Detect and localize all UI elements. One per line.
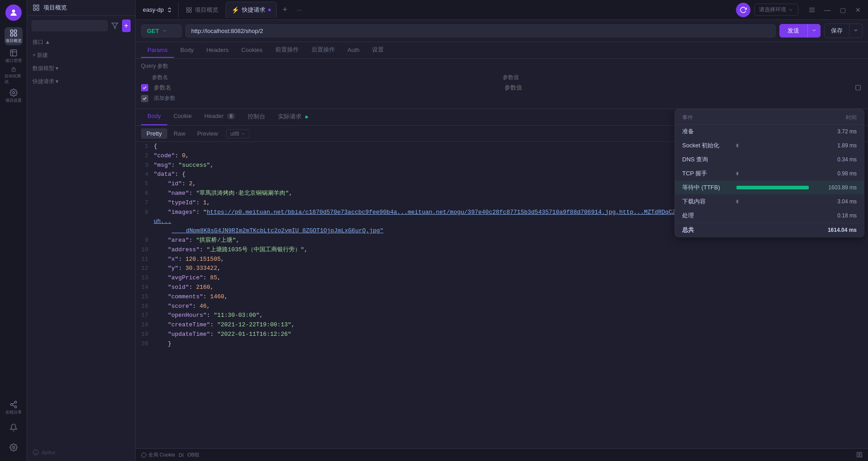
code-line-16: 16 "score": 46, [136, 302, 868, 311]
timing-popup: 事件 时间 准备 3.72 ms Socket 初始化 1.89 ms DNS … [675, 109, 864, 237]
sidebar-bottom-actions: 在线分享 [5, 399, 23, 456]
sidebar-item-settings[interactable]: 项目设置 [5, 87, 23, 105]
req-tab-headers[interactable]: Headers [200, 43, 235, 58]
send-button[interactable]: 发送 [779, 24, 807, 38]
minimize-button[interactable]: — [821, 4, 834, 16]
resp-tab-actual[interactable]: 实际请求 [272, 109, 314, 125]
sidebar-item-bell[interactable] [5, 419, 23, 437]
resp-tab-body[interactable]: Body [141, 109, 167, 125]
timing-time-label: 时间 [846, 114, 857, 122]
req-tab-post-op[interactable]: 后置操作 [305, 42, 341, 58]
di-label[interactable]: DI [179, 452, 184, 458]
timing-header: 事件 时间 [675, 109, 864, 125]
sidebar-item-api[interactable]: 接口管理 [5, 47, 23, 65]
sidebar-item-project[interactable]: 项目概览 [5, 27, 23, 45]
sidebar-item-share[interactable]: 在线分享 [5, 399, 23, 417]
req-tab-auth[interactable]: Auth [341, 43, 366, 58]
env-label: 请选择环境 [759, 6, 786, 14]
user-avatar[interactable] [5, 5, 22, 21]
svg-rect-31 [860, 452, 862, 457]
param-value-input[interactable] [503, 83, 850, 92]
response-area: Body Cookie Header 8 控制台 实际请求 200 OK 1.6… [136, 109, 868, 448]
svg-point-9 [14, 406, 17, 408]
encoding-select[interactable]: utf8 [226, 129, 250, 138]
req-tab-pre-op[interactable]: 前置操作 [269, 42, 305, 58]
tab-quick-request[interactable]: ⚡ 快捷请求 [226, 2, 277, 18]
svg-rect-4 [14, 33, 16, 36]
method-select[interactable]: GET [141, 24, 182, 38]
url-input[interactable] [185, 24, 776, 38]
code-line-19: 19 "updateTime": "2022-01-11T16:12:26" [136, 330, 868, 339]
sidebar-item-label: 接口管理 [5, 58, 22, 64]
param-checkbox-2[interactable] [141, 95, 148, 102]
code-line-14: 14 "sold": 2160, [136, 283, 868, 292]
svg-rect-30 [857, 452, 859, 457]
tab-add-button[interactable]: + [278, 4, 291, 16]
req-tab-settings[interactable]: 设置 [366, 42, 390, 58]
env-selector[interactable]: 请选择环境 [754, 4, 798, 16]
window-controls: — ▢ ✕ [806, 4, 864, 16]
resp-tab-header[interactable]: Header 8 [198, 109, 241, 125]
svg-line-11 [12, 402, 14, 404]
timing-row-ttfb: 等待中 (TTFB) 1603.89 ms [675, 181, 864, 195]
format-preview[interactable]: Preview [192, 128, 223, 139]
svg-point-8 [10, 403, 13, 405]
col-name-header: 参数名 [152, 74, 168, 80]
request-tabs: Params Body Headers Cookies 前置操作 后置操作 Au… [136, 42, 868, 59]
svg-rect-22 [189, 7, 191, 9]
tab-more-button[interactable]: ··· [293, 4, 306, 16]
sidebar-item-gear[interactable] [5, 438, 23, 456]
code-line-9: 9 "area": "拱宸桥/上塘", [136, 236, 868, 245]
svg-rect-1 [10, 30, 13, 32]
section-api[interactable]: 接口 ▲ [27, 36, 135, 49]
sidebar-item-autotest[interactable]: 自动化测试 [5, 67, 23, 85]
code-line-13: 13 "avgPrice": 85, [136, 273, 868, 283]
param-checkbox[interactable] [141, 84, 148, 91]
format-pretty[interactable]: Pretty [141, 128, 167, 139]
section-data-model[interactable]: 数据模型 ▾ [27, 62, 135, 75]
new-api-button[interactable]: + 新建 [27, 49, 135, 62]
code-line-11: 11 "x": 120.151505, [136, 255, 868, 264]
close-button[interactable]: ✕ [852, 4, 864, 16]
svg-rect-13 [33, 5, 36, 7]
svg-rect-3 [10, 33, 13, 36]
tab-project-label: 项目概览 [195, 6, 218, 14]
add-button[interactable]: + [122, 19, 131, 32]
filter-button[interactable] [110, 19, 119, 32]
timing-bar-download [736, 200, 738, 203]
section-quick-request[interactable]: 快捷请求 ▾ [27, 75, 135, 88]
svg-point-29 [142, 453, 146, 457]
tab-project-overview[interactable]: 项目概览 [180, 2, 224, 18]
main-content: easy-dp 项目概览 ⚡ 快捷请求 + ··· 请选择环境 [136, 0, 868, 461]
timing-row-process: 处理 0.18 ms [675, 209, 864, 223]
save-button[interactable]: 保存 [824, 24, 849, 38]
sidebar-item-label: 项目设置 [5, 98, 22, 103]
cookie-label[interactable]: 全局 Cookie [148, 452, 175, 458]
format-raw[interactable]: Raw [168, 128, 191, 139]
resp-tab-cookie[interactable]: Cookie [167, 109, 198, 125]
maximize-button[interactable]: ▢ [836, 4, 849, 16]
top-bar-right: 请选择环境 — ▢ ✕ [736, 3, 864, 17]
split-icon[interactable] [856, 452, 863, 459]
req-tab-params[interactable]: Params [141, 43, 174, 58]
code-line-10: 10 "address": "上塘路1035号（中国工商银行旁）", [136, 245, 868, 255]
req-tab-cookies[interactable]: Cookies [235, 43, 269, 58]
hamburger-button[interactable] [806, 4, 818, 16]
svg-rect-16 [37, 8, 39, 10]
req-tab-body[interactable]: Body [174, 43, 200, 58]
header-badge: 8 [227, 113, 235, 119]
ob-label[interactable]: OB组 [187, 452, 199, 458]
save-dropdown-button[interactable] [849, 24, 863, 38]
resp-tab-console[interactable]: 控制台 [241, 109, 272, 125]
code-line-18: 18 "createTime": "2021-12-22T19:00:13", [136, 320, 868, 330]
send-dropdown-button[interactable] [807, 24, 821, 38]
refresh-icon[interactable] [736, 3, 750, 17]
svg-point-12 [12, 447, 14, 449]
svg-rect-21 [187, 7, 189, 9]
add-param-label[interactable]: 添加参数 [152, 94, 863, 103]
search-input[interactable] [32, 20, 108, 31]
svg-marker-17 [112, 23, 118, 28]
timing-row-prepare: 准备 3.72 ms [675, 125, 864, 139]
param-name-input[interactable] [152, 83, 499, 92]
param-row [141, 83, 863, 92]
